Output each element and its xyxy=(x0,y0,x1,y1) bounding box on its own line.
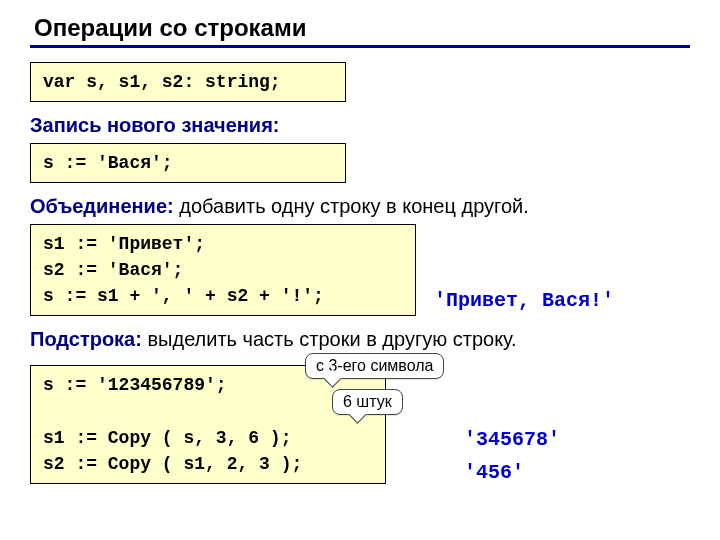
code-copy-l3: s2 := Copy ( s1, 2, 3 ); xyxy=(43,451,373,477)
code-concat-l3: s := s1 + ', ' + s2 + '!'; xyxy=(43,283,403,309)
result-concat: 'Привет, Вася!' xyxy=(434,289,614,312)
code-concat-l2: s2 := 'Вася'; xyxy=(43,257,403,283)
code-concat: s1 := 'Привет'; s2 := 'Вася'; s := s1 + … xyxy=(30,224,416,316)
section-concat-desc: добавить одну строку в конец другой. xyxy=(174,195,529,217)
section-concat: Объединение: добавить одну строку в коне… xyxy=(30,195,690,218)
section-assign-label: Запись нового значения: xyxy=(30,114,279,136)
section-concat-label: Объединение: xyxy=(30,195,174,217)
slide-title: Операции со строками xyxy=(34,14,690,42)
code-assign: s := 'Вася'; xyxy=(30,143,346,183)
callout-count: 6 штук xyxy=(332,389,403,415)
callout-from-char: с 3-его символа xyxy=(305,353,444,379)
code-var-decl: var s, s1, s2: string; xyxy=(30,62,346,102)
section-substr: Подстрока: выделить часть строки в другу… xyxy=(30,328,690,351)
code-copy-l2: s1 := Copy ( s, 3, 6 ); xyxy=(43,425,373,451)
code-concat-l1: s1 := 'Привет'; xyxy=(43,231,403,257)
section-substr-desc: выделить часть строки в другую строку. xyxy=(142,328,517,350)
title-underline xyxy=(30,45,690,48)
section-substr-label: Подстрока: xyxy=(30,328,142,350)
callout-count-text: 6 штук xyxy=(343,393,392,410)
section-assign: Запись нового значения: xyxy=(30,114,690,137)
result-copy-2: '456' xyxy=(464,461,560,484)
result-copy-1: '345678' xyxy=(464,428,560,451)
